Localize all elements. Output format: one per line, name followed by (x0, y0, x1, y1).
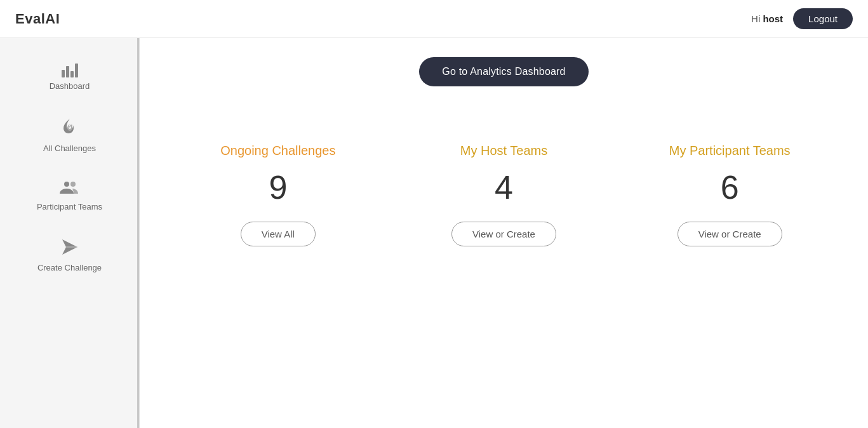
card-count-ongoing: 9 (269, 171, 287, 204)
people-icon (60, 180, 80, 198)
sidebar-item-label: Dashboard (50, 81, 90, 91)
svg-point-1 (70, 182, 76, 187)
header-right: Hi host Logout (751, 8, 853, 29)
header: EvalAI Hi host Logout (0, 0, 868, 38)
sidebar-item-label: Create Challenge (37, 263, 102, 272)
ongoing-challenges-card: Ongoing Challenges 9 View All (165, 131, 391, 259)
sidebar-item-dashboard[interactable]: Dashboard (0, 51, 139, 101)
paper-plane-icon (61, 238, 79, 259)
app-logo: EvalAI (15, 11, 60, 27)
dashboard-icon (62, 61, 78, 77)
view-or-create-participant-button[interactable]: View or Create (678, 222, 782, 246)
sidebar-item-label: All Challenges (43, 144, 96, 153)
greeting: Hi host (751, 13, 783, 24)
cards-row: Ongoing Challenges 9 View All My Host Te… (165, 131, 843, 259)
sidebar: Dashboard All Challenges (0, 38, 140, 428)
view-all-button[interactable]: View All (241, 222, 316, 246)
layout: Dashboard All Challenges (0, 38, 868, 428)
sidebar-item-create-challenge[interactable]: Create Challenge (0, 228, 139, 283)
card-title-participant-teams: My Participant Teams (669, 144, 791, 158)
card-title-host-teams: My Host Teams (460, 144, 547, 158)
username: host (763, 13, 783, 24)
logout-button[interactable]: Logout (793, 8, 853, 29)
view-or-create-host-button[interactable]: View or Create (451, 222, 556, 246)
my-host-teams-card: My Host Teams 4 View or Create (391, 131, 617, 259)
sidebar-item-label: Participant Teams (37, 202, 102, 211)
sidebar-item-participant-teams[interactable]: Participant Teams (0, 170, 139, 222)
card-count-host-teams: 4 (495, 171, 513, 204)
main-content: Go to Analytics Dashboard Ongoing Challe… (140, 38, 868, 428)
card-count-participant-teams: 6 (721, 171, 739, 204)
analytics-dashboard-button[interactable]: Go to Analytics Dashboard (419, 57, 588, 86)
svg-point-0 (64, 182, 69, 187)
sidebar-item-all-challenges[interactable]: All Challenges (0, 107, 139, 163)
flame-icon (62, 117, 78, 140)
card-title-ongoing: Ongoing Challenges (220, 144, 335, 158)
my-participant-teams-card: My Participant Teams 6 View or Create (617, 131, 843, 259)
